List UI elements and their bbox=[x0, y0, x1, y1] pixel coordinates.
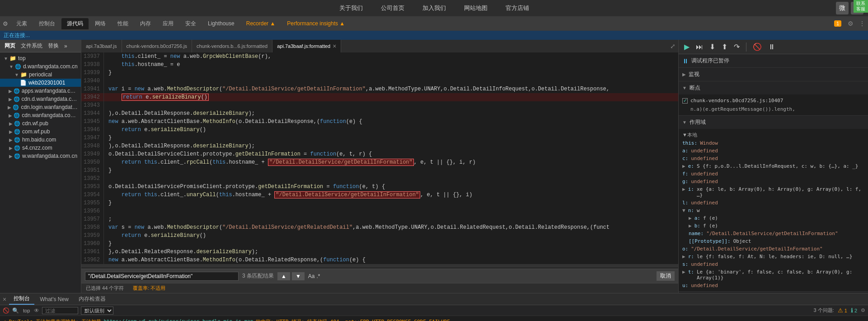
nav-sitemap[interactable]: 网站地图 bbox=[464, 4, 488, 12]
search-prev-btn[interactable]: ▲ bbox=[277, 272, 290, 280]
dbg-watch-header[interactable]: ▶ 监视 bbox=[679, 68, 868, 81]
dbg-breakpoints-header[interactable]: ▼ 断点 bbox=[679, 81, 868, 94]
code-tab-chunk-vendors[interactable]: chunk-vendors.b0cd7256.js bbox=[122, 40, 192, 52]
tab-security[interactable]: 安全 bbox=[180, 18, 202, 29]
tree-arrow-hmbaidu: ▶ bbox=[9, 137, 13, 142]
step-into-btn[interactable]: ⬇ bbox=[708, 42, 717, 52]
console-filter-icon[interactable]: 🔍 bbox=[12, 307, 19, 314]
deactivate-btn[interactable]: 🚫 bbox=[751, 42, 764, 52]
search-close-btn[interactable]: 取消 bbox=[657, 271, 675, 281]
code-tab-api-formatted[interactable]: api.7a3baaf.js:formatted × bbox=[272, 40, 341, 52]
tree-arrow-s4cnzz: ▶ bbox=[9, 146, 13, 151]
close-console-btn[interactable]: × bbox=[3, 296, 6, 303]
console-issues: 3 个问题: ⚠ 1 ℹ 2 ⚙ bbox=[814, 307, 865, 314]
tree-item-cdnlogin[interactable]: ▶ 🌐 cdn.login.wanfangdata.com.cn bbox=[0, 103, 81, 111]
dbg-scope-header[interactable]: ▼ 作用域 bbox=[679, 116, 868, 129]
console-level-select[interactable]: 默认级别 bbox=[81, 307, 113, 315]
breakpoints-arrow: ▼ bbox=[682, 85, 687, 90]
step-out-btn[interactable]: ⬆ bbox=[720, 42, 729, 52]
code-lines: 13937 this.client_ = new a.web.GrpcWebCl… bbox=[81, 52, 678, 264]
toolbar-replace[interactable]: 替换 bbox=[46, 41, 61, 51]
tab-memory[interactable]: 内存 bbox=[135, 18, 156, 29]
code-area[interactable]: 13937 this.client_ = new a.web.GrpcWebCl… bbox=[81, 52, 678, 269]
close-tab-icon[interactable]: × bbox=[333, 42, 336, 50]
scope-i-expand[interactable]: ▶ bbox=[682, 186, 685, 192]
tree-item-cdnd[interactable]: ▶ 🌐 cdn.d.wanfangdata.com.cn bbox=[0, 95, 81, 103]
scope-this: this: Window bbox=[682, 139, 864, 147]
local-scope-header[interactable]: ▼本地 bbox=[682, 131, 864, 139]
code-line-13940: 13940 bbox=[81, 77, 678, 85]
tab-recorder[interactable]: Recorder ▲ bbox=[241, 19, 281, 28]
nav-about[interactable]: 关于我们 bbox=[339, 4, 363, 12]
resume-btn[interactable]: ▶ bbox=[682, 42, 691, 52]
tree-item-periodical[interactable]: ▼ 📁 periodical bbox=[0, 71, 81, 79]
tree-item-wwanfang[interactable]: ▶ 🌐 w.wanfangdata.com.cn bbox=[0, 152, 81, 160]
file-tree: ▼ 📁 top ▼ 🌐 d.wanfangdata.com.cn ▼ 📁 pe bbox=[0, 52, 81, 293]
tab-performance[interactable]: 性能 bbox=[112, 18, 134, 29]
scope-r-expand[interactable]: ▶ bbox=[682, 254, 685, 260]
console-tab-console[interactable]: 控制台 bbox=[9, 293, 34, 305]
tree-item-cdnwfpub[interactable]: ▶ 🌐 cdn.wf.pub bbox=[0, 119, 81, 127]
code-tab-chunk-vendors-formatted[interactable]: chunk-vendors.b...6.js:formatted bbox=[192, 40, 272, 52]
scope-n-prototype: [[Prototype]]: Object bbox=[682, 237, 864, 245]
tab-console[interactable]: 控制台 bbox=[33, 18, 61, 29]
tab-lighthouse[interactable]: Lighthouse bbox=[202, 19, 240, 28]
tree-item-dwanfang[interactable]: ▼ 🌐 d.wanfangdata.com.cn bbox=[0, 62, 81, 71]
info-issue-icon: ℹ bbox=[851, 307, 853, 314]
tree-item-top[interactable]: ▼ 📁 top bbox=[0, 54, 81, 62]
log-link[interactable]: https://com.wf.pub/swiper/swiper-bundle.… bbox=[103, 318, 253, 321]
toolbar-more[interactable]: » bbox=[62, 42, 69, 50]
tab-performance-insights[interactable]: Performance insights ▲ bbox=[282, 19, 350, 28]
nav-store[interactable]: 官方店铺 bbox=[506, 4, 529, 12]
nav-join[interactable]: 加入我们 bbox=[422, 4, 446, 12]
tree-item-cdnwf[interactable]: ▶ 🌐 cdn.wanfangdata.com.cn bbox=[0, 111, 81, 119]
console-tab-whatsnew[interactable]: What's New bbox=[35, 295, 73, 304]
tree-arrow-cdnlogin: ▶ bbox=[8, 105, 11, 110]
step-over-btn[interactable]: ⏭ bbox=[694, 42, 705, 52]
pause-on-exception-btn[interactable]: ⏸ bbox=[766, 42, 777, 52]
tree-item-hmbaidu[interactable]: ▶ 🌐 hm.baidu.com bbox=[0, 136, 81, 144]
code-line-13954: 13954 return this.client_.unaryCall(this… bbox=[81, 191, 678, 199]
tab-elements[interactable]: 元素 bbox=[11, 18, 33, 29]
console-filter-input[interactable] bbox=[42, 307, 78, 314]
settings-icon[interactable]: ⚙ bbox=[848, 20, 854, 27]
breakpoint-checkbox-1[interactable]: ✓ bbox=[682, 98, 688, 104]
tree-item-comwfpub[interactable]: ▶ 🌐 com.wf.pub bbox=[0, 127, 81, 136]
tab-network[interactable]: 网络 bbox=[89, 18, 111, 29]
tree-item-wkb[interactable]: 📄 wkb202301001 bbox=[0, 79, 81, 87]
tree-item-s4cnzz[interactable]: ▶ 🌐 s4.cnzz.com bbox=[0, 144, 81, 152]
toolbar-filesystem[interactable]: 文件系统 bbox=[19, 41, 44, 51]
contact-service-btn[interactable]: 联系 客服 bbox=[854, 0, 868, 13]
scope-nb-expand[interactable]: ▶ bbox=[689, 223, 692, 229]
tab-sources[interactable]: 源代码 bbox=[61, 18, 89, 29]
tab-application[interactable]: 应用 bbox=[157, 18, 179, 29]
dbg-paused-section: ⏸ 调试程序已暂停 bbox=[679, 54, 868, 68]
weibo-icon[interactable]: 微 bbox=[836, 2, 849, 14]
code-search-input[interactable] bbox=[85, 272, 239, 281]
toolbar-webpage[interactable]: 网页 bbox=[3, 41, 17, 51]
console-settings-btn[interactable]: ⚙ bbox=[861, 307, 865, 313]
watch-arrow: ▶ bbox=[682, 72, 686, 77]
scope-t-expand[interactable]: ▶ bbox=[682, 269, 685, 275]
more-icon[interactable]: ⋮ bbox=[859, 20, 865, 27]
file-panel: 网页 文件系统 替换 » ▼ 📁 top ▼ 🌐 d.wanf bbox=[0, 40, 81, 293]
horizontal-scrollbar[interactable] bbox=[81, 264, 678, 268]
code-search-bar: 3 条匹配结果 ▲ ▼ Aa .* 取消 bbox=[81, 269, 678, 283]
console-tab-memory[interactable]: 内存检查器 bbox=[74, 294, 110, 304]
code-tab-api[interactable]: api.7a3baaf.js bbox=[81, 40, 122, 52]
code-line-13937: 13937 this.client_ = new a.web.GrpcWebCl… bbox=[81, 52, 678, 61]
clear-console-btn[interactable]: 🚫 bbox=[3, 307, 9, 314]
search-next-btn[interactable]: ▼ bbox=[292, 272, 305, 280]
scope-n-expand[interactable]: ▼ bbox=[682, 208, 685, 213]
scope-s: s: undefined bbox=[682, 260, 864, 268]
expand-icon[interactable]: ⤢ bbox=[670, 42, 676, 50]
scope-e-expand[interactable]: ▶ bbox=[682, 163, 685, 169]
pause-icon: ⏸ bbox=[682, 57, 689, 65]
tree-item-apps[interactable]: ▶ 🌐 apps.wanfangdata.com.cn bbox=[0, 87, 81, 95]
nav-home[interactable]: 公司首页 bbox=[381, 4, 404, 12]
dbg-watch-section: ▶ 监视 bbox=[679, 68, 868, 81]
console-eye-icon[interactable]: 👁 bbox=[34, 307, 39, 314]
scope-na-expand[interactable]: ▶ bbox=[689, 215, 692, 221]
step-btn[interactable]: ↷ bbox=[732, 42, 741, 52]
code-line-13957: 13957 ; bbox=[81, 215, 678, 223]
